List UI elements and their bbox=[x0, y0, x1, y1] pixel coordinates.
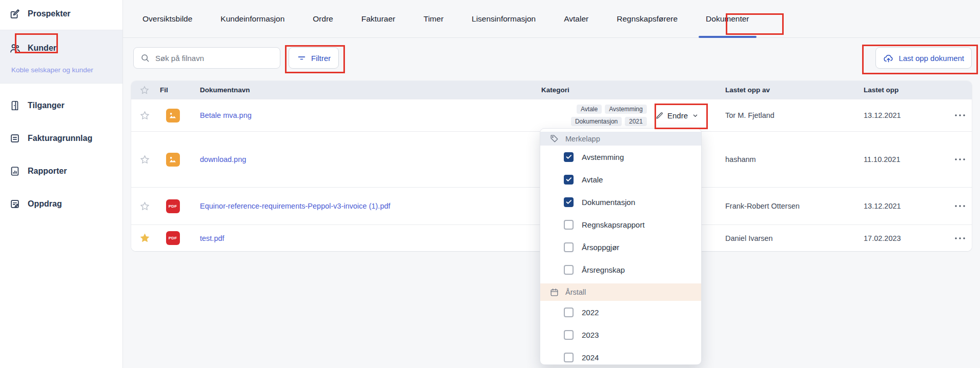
tab-lisensinformasjon[interactable]: Lisensinformasjon bbox=[464, 0, 543, 37]
cloud-upload-icon bbox=[883, 53, 894, 64]
sidebar-item-label: Tilganger bbox=[28, 101, 65, 110]
checkbox[interactable] bbox=[564, 152, 574, 162]
tag-chip: 2021 bbox=[625, 117, 647, 126]
dropdown-section-title: Årstall bbox=[565, 288, 586, 296]
tab-regnskapsforere[interactable]: Regnskapsførere bbox=[609, 0, 685, 37]
tab-kundeinformasjon[interactable]: Kundeinformasjon bbox=[213, 0, 292, 37]
image-file-icon bbox=[166, 153, 180, 167]
uploaded-date: 11.10.2021 bbox=[864, 155, 948, 163]
star-toggle[interactable] bbox=[139, 110, 150, 121]
option-label: Avstemming bbox=[582, 153, 624, 161]
row-actions-button[interactable] bbox=[948, 157, 972, 162]
sidebar-item-fakturagrunnlag[interactable]: Fakturagrunnlag bbox=[0, 128, 122, 149]
checkbox[interactable] bbox=[564, 265, 574, 275]
edit-tags-button[interactable]: Endre bbox=[655, 111, 699, 120]
sidebar-item-rapporter[interactable]: Rapporter bbox=[0, 160, 122, 182]
dropdown-option-2023[interactable]: 2023 bbox=[540, 323, 701, 346]
table-header-row: Fil Dokumentnavn Kategori Lastet opp av … bbox=[131, 81, 972, 99]
clipboard-edit-icon bbox=[9, 198, 21, 210]
dropdown-option-dokumentasjon[interactable]: Dokumentasjon bbox=[540, 191, 701, 213]
checkbox[interactable] bbox=[564, 175, 574, 185]
sidebar-item-kunder[interactable]: Kunder bbox=[0, 37, 122, 59]
dropdown-option-avstemming[interactable]: Avstemming bbox=[540, 146, 701, 168]
star-toggle[interactable] bbox=[139, 233, 150, 243]
option-label: 2023 bbox=[582, 331, 599, 339]
row-actions-button[interactable] bbox=[948, 113, 972, 118]
filter-icon bbox=[297, 53, 307, 63]
search-icon bbox=[140, 53, 150, 63]
calendar-icon bbox=[549, 288, 559, 297]
document-link[interactable]: test.pdf bbox=[200, 234, 224, 242]
star-toggle[interactable] bbox=[139, 201, 150, 212]
sidebar-item-label: Rapporter bbox=[28, 167, 67, 176]
checkbox[interactable] bbox=[564, 197, 574, 207]
tab-avtaler[interactable]: Avtaler bbox=[557, 0, 596, 37]
tab-fakturaer[interactable]: Fakturaer bbox=[354, 0, 402, 37]
tab-dokumenter[interactable]: Dokumenter bbox=[699, 0, 756, 37]
app-window: Prospekter Kunder Koble selskaper og kun… bbox=[0, 0, 980, 368]
users-icon bbox=[9, 42, 21, 54]
uploaded-date: 17.02.2023 bbox=[864, 234, 948, 242]
filter-button[interactable]: Filtrer bbox=[289, 47, 339, 69]
dropdown-section-title: Merkelapp bbox=[565, 135, 600, 143]
column-header-fil: Fil bbox=[158, 86, 188, 94]
column-header-kategori: Kategori bbox=[533, 86, 723, 94]
document-link[interactable]: Equinor-reference-requirements-Peppol-v3… bbox=[200, 202, 391, 210]
dropdown-option-arsregnskap[interactable]: Årsregnskap bbox=[540, 258, 701, 281]
star-icon bbox=[139, 85, 150, 95]
tab-oversiktsbilde[interactable]: Oversiktsbilde bbox=[135, 0, 199, 37]
upload-document-button[interactable]: Last opp dokument bbox=[875, 47, 972, 69]
document-link[interactable]: download.png bbox=[200, 155, 246, 163]
option-label: Dokumentasjon bbox=[582, 198, 635, 207]
document-lines-icon bbox=[9, 132, 21, 145]
uploaded-date: 13.12.2021 bbox=[864, 111, 948, 119]
dropdown-option-2024[interactable]: 2024 bbox=[540, 346, 701, 365]
option-label: Årsoppgjør bbox=[582, 243, 619, 252]
pdf-file-icon: PDF bbox=[166, 231, 180, 245]
row-actions-button[interactable] bbox=[948, 203, 972, 209]
tags-filter-dropdown: Merkelapp Avstemming Avtale Dokumentasjo… bbox=[540, 128, 702, 365]
sidebar-item-label: Oppdrag bbox=[28, 199, 62, 209]
search-input[interactable] bbox=[155, 54, 274, 63]
column-header-dokumentnavn: Dokumentnavn bbox=[188, 86, 533, 94]
dropdown-option-avtale[interactable]: Avtale bbox=[540, 168, 701, 191]
option-label: Regnskapsrapport bbox=[582, 220, 645, 229]
dropdown-option-2022[interactable]: 2022 bbox=[540, 301, 701, 323]
sidebar-item-oppdrag[interactable]: Oppdrag bbox=[0, 193, 122, 215]
tag-icon bbox=[549, 134, 559, 144]
option-label: 2024 bbox=[582, 353, 599, 362]
sidebar-item-tilganger[interactable]: Tilganger bbox=[0, 95, 122, 116]
checkbox[interactable] bbox=[564, 220, 574, 230]
sidebar-sublink-koble[interactable]: Koble selskaper og kunder bbox=[11, 66, 122, 74]
checkbox[interactable] bbox=[564, 353, 574, 362]
door-icon bbox=[9, 99, 21, 112]
column-header-lastet-opp-av: Lastet opp av bbox=[723, 86, 864, 94]
row-actions-button[interactable] bbox=[948, 236, 972, 241]
uploaded-by: Daniel Ivarsen bbox=[723, 234, 864, 242]
tab-timer[interactable]: Timer bbox=[416, 0, 451, 37]
star-toggle[interactable] bbox=[139, 154, 150, 165]
filter-button-label: Filtrer bbox=[311, 54, 331, 63]
sidebar-active-section: Kunder Koble selskaper og kunder bbox=[0, 30, 122, 84]
edit-button-label: Endre bbox=[667, 111, 688, 120]
uploaded-by: Frank-Robert Ottersen bbox=[723, 202, 864, 210]
sidebar-item-label: Fakturagrunnlag bbox=[28, 134, 92, 143]
checkbox[interactable] bbox=[564, 330, 574, 340]
upload-button-label: Last opp dokument bbox=[899, 54, 964, 63]
dropdown-option-regnskapsrapport[interactable]: Regnskapsrapport bbox=[540, 213, 701, 236]
image-file-icon bbox=[166, 109, 180, 122]
checkbox[interactable] bbox=[564, 242, 574, 252]
sidebar-item-label: Prospekter bbox=[28, 9, 71, 18]
checkbox[interactable] bbox=[564, 308, 574, 317]
pdf-file-icon: PDF bbox=[166, 199, 180, 213]
category-tags: Avtale Avstemming Dokumentasjon 2021 bbox=[569, 105, 647, 126]
option-label: Årsregnskap bbox=[582, 265, 625, 274]
pencil-square-icon bbox=[9, 8, 21, 20]
search-box[interactable] bbox=[133, 47, 280, 69]
document-link[interactable]: Betale mva.png bbox=[200, 111, 252, 119]
uploaded-date: 13.12.2021 bbox=[864, 202, 948, 210]
option-label: Avtale bbox=[582, 175, 603, 184]
dropdown-option-arsoppgjor[interactable]: Årsoppgjør bbox=[540, 236, 701, 258]
tab-ordre[interactable]: Ordre bbox=[305, 0, 340, 37]
sidebar-item-prospekter[interactable]: Prospekter bbox=[0, 3, 122, 25]
